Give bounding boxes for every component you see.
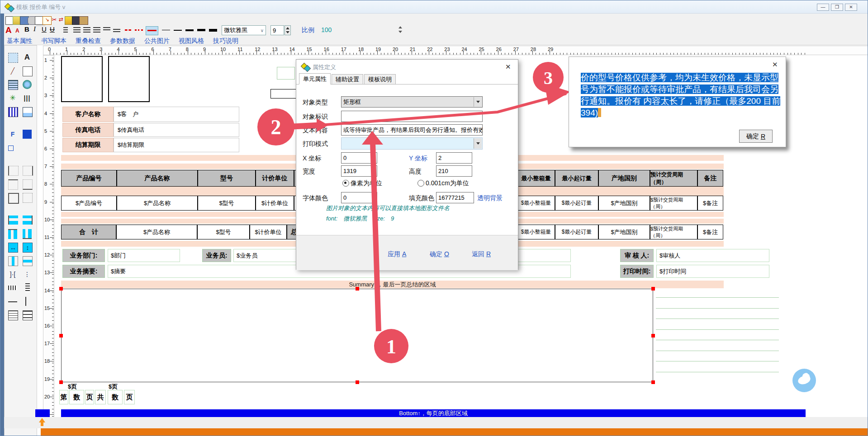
total-unit-cell[interactable]: $计价单位	[250, 225, 287, 239]
h-line[interactable]	[8, 301, 17, 303]
dept-label[interactable]: 业务部门:	[62, 249, 105, 262]
scale-down-icon[interactable]	[398, 31, 402, 33]
dept-input[interactable]: $部门	[108, 249, 180, 262]
salesman-label[interactable]: 业务员:	[202, 249, 231, 262]
th-leadtime[interactable]: 预计交货周期（周）	[650, 170, 697, 187]
selection-handle[interactable]	[651, 287, 655, 291]
unit-px-label[interactable]: 像素为单位	[351, 179, 382, 188]
f-tool[interactable]: F	[8, 130, 17, 139]
unit-cm-radio[interactable]	[417, 180, 424, 187]
td-min-carton[interactable]: $最小整箱量	[517, 196, 555, 211]
bug-tool[interactable]: ✳	[8, 94, 17, 103]
exit-icon[interactable]	[79, 16, 88, 25]
total-remark[interactable]: $备注	[697, 225, 723, 239]
center-horizontal[interactable]	[8, 256, 18, 266]
y-input[interactable]: 2	[436, 152, 472, 164]
th-min-order[interactable]: 最小起订量	[555, 170, 598, 187]
dialog-titlebar[interactable]: 属性定义 ✕	[296, 60, 518, 73]
selection-handle[interactable]	[651, 380, 655, 384]
line-6px-icon[interactable]	[209, 29, 217, 32]
line-1px-icon[interactable]	[162, 30, 170, 30]
x-input[interactable]: 0	[341, 152, 377, 164]
v-line[interactable]	[25, 297, 27, 306]
border-top[interactable]	[8, 179, 18, 190]
align-bottom[interactable]	[23, 229, 32, 239]
td-remark[interactable]: $备注	[697, 196, 723, 211]
menu-view-style[interactable]: 视图风格	[179, 37, 204, 45]
spinner-up-icon[interactable]	[286, 27, 289, 29]
align-right-icon[interactable]	[93, 27, 100, 33]
align-top-icon[interactable]	[103, 27, 110, 31]
form-label-settlement[interactable]: 结算期限	[62, 138, 114, 152]
print-time-input[interactable]: $打印时间	[656, 265, 769, 278]
total-origin[interactable]: $产地国别	[598, 225, 650, 239]
th-min-carton[interactable]: 最小整箱量	[517, 170, 555, 187]
align-left-icon[interactable]	[63, 27, 68, 33]
td-unit[interactable]: $计价单位	[256, 196, 294, 211]
text-content-input[interactable]: 或等待审批产品，有结果后我司会另行通知。报价有效期默	[341, 124, 483, 136]
swap-icon[interactable]: ⇄	[57, 16, 65, 24]
font-size-input[interactable]: 9	[270, 25, 284, 35]
selection-handle[interactable]	[356, 380, 359, 384]
bold-icon[interactable]: B	[24, 25, 29, 33]
page-cell[interactable]: 数	[108, 390, 123, 404]
scale-spinner[interactable]	[397, 25, 403, 35]
font-big-icon[interactable]: A	[5, 25, 12, 35]
menu-shared-image[interactable]: 公共图片	[144, 37, 170, 45]
td-model[interactable]: $型号	[198, 196, 256, 211]
selection-handle[interactable]	[651, 334, 655, 338]
menu-script[interactable]: 书写脚本	[41, 37, 66, 45]
selection-handle[interactable]	[356, 287, 359, 291]
image-tool[interactable]	[8, 107, 18, 117]
line-5px-icon[interactable]	[197, 29, 205, 31]
object-type-select[interactable]: 矩形框	[341, 96, 483, 108]
align-right[interactable]	[23, 216, 33, 225]
tab-template-desc[interactable]: 模板说明	[364, 74, 396, 84]
print-time-label[interactable]: 打印时间:	[620, 265, 654, 278]
small-green-box[interactable]	[277, 67, 295, 80]
grid[interactable]	[8, 310, 18, 320]
underline-icon[interactable]: U	[42, 25, 47, 33]
height-input[interactable]: 210	[436, 165, 472, 177]
text-tool[interactable]: A	[23, 53, 32, 62]
tab-aux-settings[interactable]: 辅助设置	[332, 74, 363, 84]
selected-rectangle[interactable]	[61, 289, 653, 382]
page-cell[interactable]: 页	[85, 390, 94, 404]
auditor-input[interactable]: $审核人	[656, 249, 769, 262]
align-left[interactable]	[8, 216, 18, 225]
fill-color-input[interactable]: 16777215	[436, 192, 474, 203]
maximize-button[interactable]: ❐	[831, 4, 843, 11]
align-bottom-icon[interactable]	[113, 29, 120, 33]
th-origin[interactable]: 产地国别	[598, 170, 650, 187]
tab-cell-props[interactable]: 单元属性	[299, 73, 331, 84]
menu-overlap[interactable]: 重叠检查	[76, 37, 101, 45]
select-tool[interactable]	[8, 53, 18, 63]
line-4px-icon[interactable]	[185, 29, 194, 31]
scale-up-icon[interactable]	[398, 26, 402, 28]
popup-close-icon[interactable]: ✕	[772, 61, 778, 69]
globe-tool[interactable]	[23, 80, 32, 89]
object-id-input[interactable]	[341, 111, 483, 122]
total-name-cell[interactable]: $产品名称	[116, 225, 197, 239]
dot-style-icon[interactable]	[135, 29, 143, 31]
page-cell[interactable]: 第	[59, 390, 68, 404]
border-right[interactable]	[23, 166, 33, 176]
menu-params[interactable]: 参数数据	[110, 37, 135, 45]
fill-tool[interactable]	[23, 130, 32, 139]
align-top[interactable]	[8, 229, 17, 239]
th-model[interactable]: 型号	[198, 170, 256, 187]
page-cell[interactable]: 数	[69, 390, 84, 404]
td-product-name[interactable]: $产品名称	[117, 196, 198, 211]
line-style-selected[interactable]	[146, 26, 158, 35]
total-leadtime[interactable]: $预计交货周期（周）	[650, 225, 697, 239]
font-family-select[interactable]: 微软雅黑 ∨	[222, 25, 266, 35]
align-justify-icon[interactable]	[83, 27, 90, 33]
unit-cm-label[interactable]: 0.001cm为单位	[426, 179, 469, 188]
spinner-down-icon[interactable]	[286, 31, 289, 33]
same-height[interactable]: ↕	[23, 243, 33, 253]
rows[interactable]	[25, 283, 30, 292]
small-white-bar[interactable]	[270, 89, 297, 98]
td-product-code[interactable]: $产品编号	[61, 196, 117, 211]
font-size-spinner[interactable]	[285, 25, 291, 35]
td-origin[interactable]: $产地国别	[598, 196, 650, 211]
